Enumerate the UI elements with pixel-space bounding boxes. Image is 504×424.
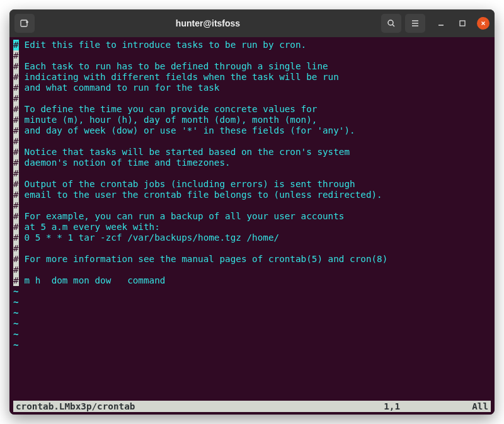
gutter-char: # [13,83,19,93]
editor-line: # Notice that tasks will be started base… [13,147,491,158]
minimize-icon [437,19,445,28]
line-text: m h dom mon dow command [19,275,165,285]
editor-line: # [13,93,491,104]
line-text [19,243,25,253]
gutter-char: # [13,93,19,104]
gutter-char: # [13,232,19,243]
editor-line: # For more information see the manual pa… [13,254,491,265]
status-scroll: All [472,401,488,412]
gutter-char: # [13,125,19,136]
line-text [19,136,25,146]
line-text: For example, you can run a backup of all… [19,211,344,221]
line-text: 0 5 * * 1 tar -zcf /var/backups/home.tgz… [19,232,279,243]
gutter-char: # [13,211,19,222]
editor-line: # [13,168,491,179]
status-position: 1,1 [384,401,472,412]
status-filename: crontab.LMbx3p/crontab [16,401,384,412]
titlebar: hunter@itsfoss [9,9,495,37]
editor-line: # [13,243,491,254]
svg-point-3 [388,20,393,25]
gutter-char: # [13,222,19,232]
maximize-button[interactable] [455,16,469,30]
window-title: hunter@itsfoss [38,18,377,28]
terminal-body[interactable]: # Edit this file to introduce tasks to b… [9,37,495,415]
editor-line: # [13,50,491,61]
editor-line: # Output of the crontab jobs (including … [13,179,491,190]
editor-line: # To define the time you can provide con… [13,104,491,115]
editor-line: # [13,136,491,147]
editor-line: # [13,200,491,211]
line-text: Output of the crontab jobs (including er… [19,179,355,189]
empty-line-tilde: ~ [13,307,491,318]
editor-line: # [13,265,491,275]
editor-line: # Edit this file to introduce tasks to b… [13,40,491,50]
line-text [19,265,25,275]
svg-rect-0 [21,20,27,26]
gutter-char: # [13,190,19,200]
window-controls [434,16,490,30]
empty-line-tilde: ~ [13,340,491,350]
empty-line-tilde: ~ [13,297,491,307]
gutter-char: # [13,243,19,254]
gutter-char: # [13,115,19,125]
line-text: Each task to run has to be defined throu… [19,61,328,71]
editor-line: # 0 5 * * 1 tar -zcf /var/backups/home.t… [13,232,491,243]
vim-status-bar: crontab.LMbx3p/crontab 1,1 All [13,401,491,412]
line-text: and what command to run for the task [19,83,219,93]
empty-line-tilde: ~ [13,286,491,297]
line-text: To define the time you can provide concr… [19,104,317,114]
line-text [19,200,25,210]
line-text: minute (m), hour (h), day of month (dom)… [19,115,317,125]
minimize-button[interactable] [434,16,448,30]
gutter-char: # [13,158,19,168]
gutter-char: # [13,50,19,61]
line-text: Notice that tasks will be started based … [19,147,350,157]
svg-line-4 [392,25,394,26]
line-text [19,168,25,178]
gutter-char: # [13,265,19,275]
gutter-char: # [13,104,19,115]
new-tab-button[interactable] [14,14,35,33]
gutter-char: # [13,254,19,265]
cursor: # [13,40,19,50]
gutter-char: # [13,200,19,211]
search-button[interactable] [381,14,401,33]
close-button[interactable] [477,17,490,30]
line-text: email to the user the crontab file belon… [19,190,382,200]
gutter-char: # [13,275,19,286]
editor-line: # For example, you can run a backup of a… [13,211,491,222]
line-text: Edit this file to introduce tasks to be … [19,40,306,50]
editor-line: # at 5 a.m every week with: [13,222,491,232]
empty-line-tilde: ~ [13,318,491,329]
search-icon [386,18,396,28]
gutter-char: # [13,136,19,147]
editor-line: # m h dom mon dow command [13,275,491,286]
hamburger-icon [410,18,420,28]
editor-line: # and day of week (dow) or use '*' in th… [13,125,491,136]
empty-line-tilde: ~ [13,329,491,340]
editor-line: # minute (m), hour (h), day of month (do… [13,115,491,125]
gutter-char: # [13,61,19,72]
editor-line: # daemon's notion of time and timezones. [13,158,491,168]
line-text [19,93,25,103]
gutter-char: # [13,147,19,158]
line-text: at 5 a.m every week with: [19,222,160,232]
editor-line: # email to the user the crontab file bel… [13,190,491,200]
editor-line: # indicating with different fields when … [13,72,491,83]
menu-button[interactable] [405,14,425,33]
gutter-char: # [13,168,19,179]
new-tab-icon [20,18,30,28]
editor-line: # Each task to run has to be defined thr… [13,61,491,72]
line-text [19,50,25,60]
maximize-icon [458,19,467,28]
line-text: For more information see the manual page… [19,254,387,264]
terminal-window: hunter@itsfoss [9,9,495,415]
gutter-char: # [13,72,19,83]
line-text: indicating with different fields when th… [19,72,339,82]
close-icon [480,20,486,26]
line-text: daemon's notion of time and timezones. [19,158,231,168]
editor-content: # Edit this file to introduce tasks to b… [13,40,491,350]
gutter-char: # [13,179,19,190]
svg-rect-9 [460,21,465,26]
editor-line: # and what command to run for the task [13,83,491,93]
